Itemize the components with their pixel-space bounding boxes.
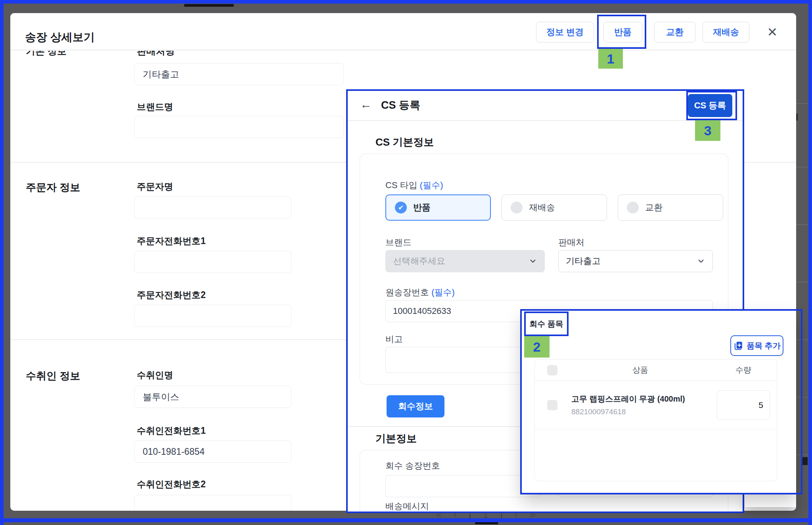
memo-label: 비고 <box>385 333 403 345</box>
radio-checked-icon: ✔ <box>395 202 407 213</box>
cs-type-options: ✔ 반품 재배송 교환 <box>385 194 723 221</box>
annotation-step-1: 1 <box>598 49 623 69</box>
radio-unchecked-icon <box>627 202 639 213</box>
cs-type-option-exchange[interactable]: 교환 <box>618 194 723 221</box>
cs-basic-info-title: CS 기본정보 <box>375 135 434 149</box>
brand-name-label: 브랜드명 <box>137 101 173 113</box>
seller-label: 판매처 <box>558 237 584 248</box>
cs-type-option-label: 반품 <box>413 202 431 213</box>
orderer-name-label: 주문자명 <box>137 181 173 193</box>
orderer-phone2-label: 주문자전화번호2 <box>137 289 206 301</box>
qty-column-header: 수량 <box>711 365 776 375</box>
add-item-button[interactable]: 품목 추가 <box>730 335 783 356</box>
exchange-button[interactable]: 교환 <box>654 22 695 42</box>
outer-frame-border <box>808 0 812 525</box>
seller-select[interactable]: 기타출고 <box>558 250 713 272</box>
modal-header-divider <box>348 120 743 121</box>
backdrop-row-line <box>796 339 809 340</box>
pickup-invoice-input[interactable] <box>385 475 540 497</box>
recipient-phone1-input[interactable] <box>134 440 291 463</box>
close-icon[interactable]: ✕ <box>764 24 780 40</box>
qty-input[interactable] <box>717 390 770 420</box>
cs-register-submit-button[interactable]: CS 등록 <box>688 94 732 117</box>
seller-name-cut-label: 판매처명 <box>137 51 188 58</box>
orderer-phone1-input[interactable] <box>134 251 291 273</box>
product-cell: 고무 랩핑스프레이 무광 (400ml) 8821000974618 <box>570 394 711 416</box>
browser-tab-indicator <box>184 4 234 7</box>
orderer-phone2-input[interactable] <box>134 305 291 327</box>
outer-frame-border <box>0 518 812 522</box>
basic-info-title: 기본정보 <box>375 432 417 446</box>
cs-modal-title: CS 등록 <box>381 98 420 112</box>
original-invoice-label-text: 원송장번호 <box>385 287 429 297</box>
recipient-phone2-label: 수취인전화번호2 <box>137 478 206 490</box>
orderer-name-input[interactable] <box>134 196 291 219</box>
dialog-title: 송장 상세보기 <box>25 30 95 45</box>
screenshot-stage: « ‹ | 1 | › » 송장 상세보기 정보 변경 반품 교환 재배송 ✕ … <box>0 0 812 525</box>
page-tab-underline <box>475 522 498 524</box>
seller-select-value: 기타출고 <box>566 255 601 267</box>
seller-name-input[interactable] <box>134 63 344 85</box>
brand-label: 브랜드 <box>385 237 412 248</box>
section-basic-info-text: 기본 정보 <box>26 51 85 58</box>
copy-plus-icon <box>733 340 743 351</box>
recipient-section-title: 수취인 정보 <box>26 369 80 383</box>
orderer-phone1-label: 주문자전화번호1 <box>137 235 206 247</box>
annotation-step-3: 3 <box>695 120 720 141</box>
required-mark: (필수) <box>420 180 443 190</box>
outer-frame-border <box>0 0 4 525</box>
pickup-info-button[interactable]: 회수정보 <box>387 395 444 417</box>
pickup-items-popup: 품목 추가 상품 수량 고무 랩핑스프레이 무광 (400ml) 8821000… <box>522 311 796 494</box>
section-basic-info-cut-label: 기본 정보 <box>26 51 85 58</box>
backdrop-row-line <box>796 224 809 225</box>
brand-select-placeholder: 선택해주세요 <box>393 255 445 267</box>
select-all-checkbox[interactable] <box>547 365 557 375</box>
annotation-step-2: 2 <box>524 336 550 358</box>
add-item-button-label: 품목 추가 <box>747 340 781 351</box>
table-row: 고무 랩핑스프레이 무광 (400ml) 8821000974618 <box>535 381 777 429</box>
cs-type-option-label: 교환 <box>645 202 663 213</box>
cs-type-label: CS 타입 (필수) <box>385 179 443 191</box>
recipient-phone1-label: 수취인전화번호1 <box>137 425 206 437</box>
seller-name-label-text: 판매처명 <box>137 51 188 58</box>
dialog-header: 송장 상세보기 정보 변경 반품 교환 재배송 ✕ <box>10 13 796 50</box>
brand-select[interactable]: 선택해주세요 <box>385 250 545 272</box>
popup-shadow-corner <box>745 494 796 507</box>
backdrop-row-line <box>796 167 809 167</box>
recipient-name-label: 수취인명 <box>137 369 173 381</box>
product-column-header: 상품 <box>570 365 711 375</box>
cs-type-label-text: CS 타입 <box>385 180 417 190</box>
cs-type-option-redelivery[interactable]: 재배송 <box>502 194 607 221</box>
pickup-items-title-box: 회수 품목 <box>524 312 569 336</box>
cs-type-option-return[interactable]: ✔ 반품 <box>385 194 491 221</box>
table-header-row: 상품 수량 <box>535 360 777 381</box>
back-arrow-icon[interactable]: ← <box>358 96 374 112</box>
delivery-message-label: 배송메시지 <box>385 500 429 512</box>
recipient-name-input[interactable] <box>134 386 291 408</box>
pickup-items-table: 상품 수량 고무 랩핑스프레이 무광 (400ml) 8821000974618 <box>534 359 777 481</box>
product-name: 고무 랩핑스프레이 무광 (400ml) <box>571 394 711 404</box>
backdrop-row-line <box>796 103 809 104</box>
recipient-phone2-input[interactable] <box>134 495 291 511</box>
backdrop-row-line <box>796 282 809 283</box>
outer-frame-border <box>0 0 812 4</box>
pickup-invoice-label: 회수 송장번호 <box>385 460 440 472</box>
chevron-down-icon <box>697 257 705 265</box>
original-invoice-label: 원송장번호 (필수) <box>385 287 455 298</box>
radio-unchecked-icon <box>511 202 523 213</box>
chevron-down-icon <box>529 257 537 265</box>
backdrop-row-line <box>796 454 809 455</box>
product-code: 8821000974618 <box>571 408 711 416</box>
orderer-section-title: 주문자 정보 <box>26 181 80 194</box>
background-text-fragment <box>802 457 808 465</box>
cs-type-option-label: 재배송 <box>529 202 555 213</box>
return-button[interactable]: 반품 <box>603 22 642 42</box>
change-info-button[interactable]: 정보 변경 <box>536 22 594 42</box>
redelivery-button[interactable]: 재배송 <box>703 22 749 42</box>
brand-name-input[interactable] <box>134 116 344 138</box>
row-checkbox[interactable] <box>547 400 557 410</box>
backdrop-row-line <box>796 397 809 398</box>
required-mark: (필수) <box>431 287 455 297</box>
